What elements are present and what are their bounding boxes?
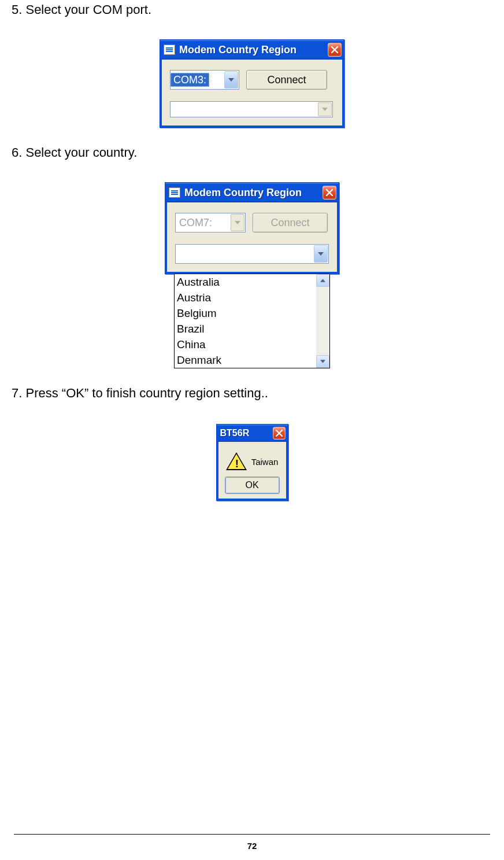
close-icon — [331, 46, 338, 53]
dialog-bt56r: BT56R ! Taiwan OK — [216, 424, 288, 501]
com-port-dropdown-button[interactable] — [224, 71, 238, 88]
chevron-down-icon — [318, 252, 324, 256]
com-port-dropdown-button — [231, 214, 244, 231]
list-item[interactable]: Belgium — [177, 305, 316, 321]
com-port-select[interactable]: COM3: — [170, 70, 239, 90]
com-port-select-disabled: COM7: — [175, 213, 246, 232]
dialog-modem-region-2: Modem Country Region COM7: — [165, 182, 339, 274]
chevron-up-icon — [320, 279, 325, 282]
connect-button-disabled: Connect — [253, 213, 328, 232]
chevron-down-icon — [228, 78, 234, 82]
dialog-modem-region-1: Modem Country Region COM3: Connect — [160, 39, 344, 128]
footer-rule — [14, 834, 490, 835]
close-button[interactable] — [273, 427, 286, 440]
list-item[interactable]: Australia — [177, 274, 316, 290]
connect-button[interactable]: Connect — [246, 70, 327, 90]
scroll-track[interactable] — [316, 287, 329, 355]
list-item[interactable]: Denmark — [177, 352, 316, 368]
step-5-text: 5. Select your COM port. — [12, 2, 492, 17]
scroll-down-button[interactable] — [316, 355, 329, 368]
ok-button[interactable]: OK — [225, 477, 280, 494]
dialog2-titlebar[interactable]: Modem Country Region — [165, 183, 339, 202]
warning-icon: ! — [226, 452, 247, 471]
alert-message: Taiwan — [251, 457, 279, 467]
list-item[interactable]: Austria — [177, 290, 316, 305]
chevron-down-icon — [320, 360, 325, 363]
chevron-down-icon — [322, 108, 328, 111]
ok-label: OK — [245, 480, 258, 490]
close-button[interactable] — [328, 43, 342, 57]
dialog1-title: Modem Country Region — [179, 44, 328, 56]
list-item[interactable]: Brazil — [177, 321, 316, 337]
dialog3-titlebar[interactable]: BT56R — [217, 425, 288, 442]
country-select-open[interactable] — [175, 244, 329, 264]
close-button[interactable] — [323, 186, 336, 200]
app-icon — [164, 45, 175, 55]
list-item[interactable]: China — [177, 337, 316, 352]
connect-label: Connect — [267, 74, 306, 86]
dialog3-title: BT56R — [220, 428, 273, 438]
com-port-value: COM7: — [176, 217, 212, 229]
dropdown-scrollbar[interactable] — [316, 274, 329, 368]
app-icon — [169, 187, 180, 198]
connect-label: Connect — [270, 217, 309, 229]
com-port-value: COM3: — [171, 73, 209, 87]
country-dropdown-button[interactable] — [318, 102, 332, 116]
dialog2-title: Modem Country Region — [184, 187, 323, 199]
close-icon — [326, 189, 333, 196]
page-number: 72 — [0, 841, 504, 851]
dialog1-titlebar[interactable]: Modem Country Region — [160, 40, 344, 60]
close-icon — [276, 430, 283, 437]
chevron-down-icon — [235, 221, 240, 224]
country-dropdown-list[interactable]: Australia Austria Belgium Brazil China D… — [174, 274, 330, 368]
country-dropdown-button[interactable] — [314, 245, 328, 263]
country-select[interactable] — [170, 101, 333, 117]
step-6-text: 6. Select your country. — [12, 145, 492, 160]
step-7-text: 7. Press “OK” to finish country region s… — [12, 386, 492, 401]
scroll-up-button[interactable] — [316, 274, 329, 287]
